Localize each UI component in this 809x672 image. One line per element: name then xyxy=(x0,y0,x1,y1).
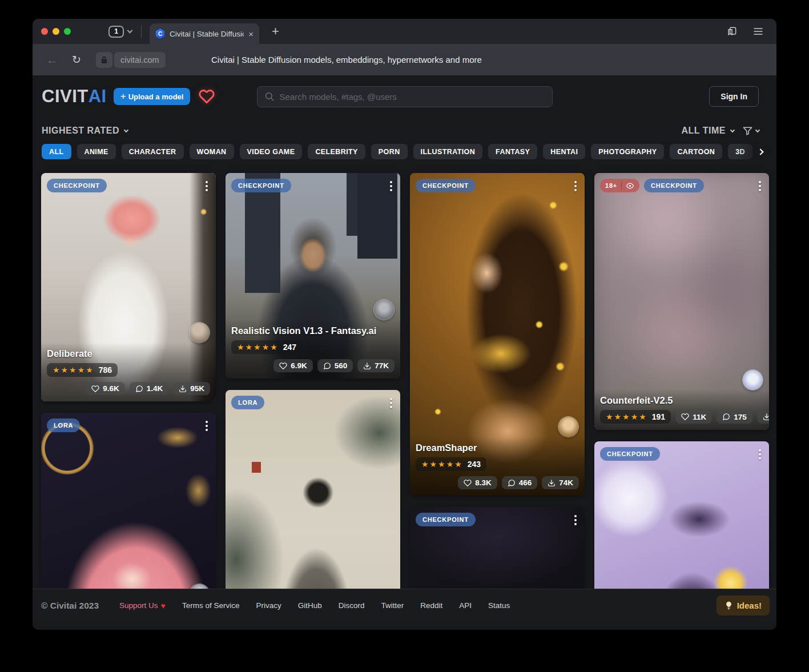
card-menu-button[interactable] xyxy=(755,179,764,194)
footer-link-status[interactable]: Status xyxy=(488,601,510,610)
model-type-badge: CHECKPOINT xyxy=(644,179,704,192)
footer-link-terms[interactable]: Terms of Service xyxy=(182,601,240,610)
category-chip-celebrity[interactable]: CELEBRITY xyxy=(308,144,365,159)
civitai-page: CIVITAI + Upload a model Sign In xyxy=(33,75,776,630)
civitai-logo[interactable]: CIVITAI xyxy=(42,86,107,107)
grid-column: CHECKPOINT DreamShaper ★★★★★ 243 xyxy=(410,173,585,589)
ideas-button[interactable]: Ideas! xyxy=(717,595,770,615)
model-card-realistic-vision[interactable]: CHECKPOINT Realistic Vision V1.3 - Fanta… xyxy=(226,173,400,379)
url-field[interactable]: civitai.com xyxy=(114,52,166,68)
filter-dropdown[interactable] xyxy=(742,126,759,136)
desktop: 1 C Civitai | Stable Diffusio × + xyxy=(0,0,809,672)
category-chip-hentai[interactable]: HENTAI xyxy=(543,144,585,159)
search-icon xyxy=(264,91,275,102)
close-window-button[interactable] xyxy=(41,28,48,35)
rating-count: 786 xyxy=(99,365,112,375)
card-menu-button[interactable] xyxy=(202,179,211,194)
category-chip-fantasy[interactable]: FANTASY xyxy=(488,144,537,159)
model-card-dreamshaper[interactable]: CHECKPOINT DreamShaper ★★★★★ 243 xyxy=(410,173,585,496)
civitai-favicon: C xyxy=(155,29,165,39)
heart-icon: ♥ xyxy=(161,601,166,610)
model-card-purple-witch[interactable]: CHECKPOINT xyxy=(594,441,769,589)
model-card-lora-ink[interactable]: LORA xyxy=(226,390,400,589)
category-chip-character[interactable]: CHARACTER xyxy=(122,144,184,159)
model-card-counterfeit[interactable]: 18+ CHECKPOINT xyxy=(594,173,769,430)
category-chip-illustration[interactable]: ILLUSTRATION xyxy=(413,144,483,159)
traffic-lights xyxy=(41,28,71,35)
categories-scroll-right-button[interactable] xyxy=(754,144,768,159)
ideas-label: Ideas! xyxy=(737,601,762,610)
footer-link-support-us[interactable]: Support Us ♥ xyxy=(119,601,166,610)
category-chip-woman[interactable]: WOMAN xyxy=(190,144,234,159)
category-chip-porn[interactable]: PORN xyxy=(371,144,408,159)
tab-civitai[interactable]: C Civitai | Stable Diffusio × xyxy=(150,23,259,44)
category-chip-anime[interactable]: ANIME xyxy=(77,144,116,159)
grid-column: CHECKPOINT Realistic Vision V1.3 - Fanta… xyxy=(226,173,400,589)
comments-count: 175 xyxy=(734,413,747,421)
model-card-deliberate[interactable]: CHECKPOINT Deliberate ★★★★★ 786 xyxy=(41,173,216,401)
upload-model-button[interactable]: + Upload a model xyxy=(114,88,191,105)
card-menu-button[interactable] xyxy=(202,419,211,433)
star-icons: ★★★★★ xyxy=(53,365,94,375)
card-menu-button[interactable] xyxy=(387,179,396,194)
nsfw-label: 18+ xyxy=(605,182,617,189)
creator-avatar[interactable] xyxy=(190,323,210,343)
filter-funnel-icon xyxy=(742,126,753,136)
footer-link-privacy[interactable]: Privacy xyxy=(256,601,281,610)
chevron-down-icon xyxy=(755,128,760,132)
reload-button[interactable]: ↻ xyxy=(72,53,81,66)
period-dropdown[interactable]: ALL TIME xyxy=(682,126,734,136)
site-security-badge[interactable] xyxy=(96,52,112,68)
footer-link-discord[interactable]: Discord xyxy=(339,601,365,610)
chevron-down-icon xyxy=(124,128,128,132)
new-tab-button[interactable]: + xyxy=(272,25,279,38)
creator-avatar[interactable] xyxy=(558,417,578,437)
period-label: ALL TIME xyxy=(682,126,726,136)
menu-icon[interactable] xyxy=(752,26,764,37)
comments-count: 560 xyxy=(335,361,348,370)
card-menu-button[interactable] xyxy=(571,179,580,194)
heart-icon xyxy=(91,385,99,393)
tab-overview-icon[interactable] xyxy=(726,26,738,37)
tab-count-control[interactable]: 1 xyxy=(108,26,132,38)
zoom-window-button[interactable] xyxy=(64,28,71,35)
downloads-count: 95K xyxy=(190,384,204,393)
model-preview-image xyxy=(594,441,769,589)
footer-link-api[interactable]: API xyxy=(459,601,472,610)
category-chip-3d[interactable]: 3D xyxy=(728,144,752,159)
tab-count[interactable]: 1 xyxy=(108,26,124,38)
card-menu-button[interactable] xyxy=(387,396,396,411)
search-input[interactable] xyxy=(280,92,545,102)
category-chips: ALL ANIME CHARACTER WOMAN VIDEO GAME CEL… xyxy=(33,144,776,166)
rating-pill: ★★★★★ 243 xyxy=(416,457,486,471)
category-chip-cartoon[interactable]: CARTOON xyxy=(670,144,722,159)
sort-dropdown[interactable]: HIGHEST RATED xyxy=(42,126,128,136)
footer-link-reddit[interactable]: Reddit xyxy=(420,601,442,610)
category-chip-photography[interactable]: PHOTOGRAPHY xyxy=(591,144,664,159)
models-grid: CHECKPOINT Deliberate ★★★★★ 786 xyxy=(33,166,776,589)
lightbulb-icon xyxy=(725,601,733,610)
card-menu-button[interactable] xyxy=(755,447,764,462)
likes-count: 11K xyxy=(693,413,706,421)
model-card-dark-anime[interactable]: CHECKPOINT xyxy=(410,507,585,589)
creator-avatar[interactable] xyxy=(374,300,394,320)
tab-close-icon[interactable]: × xyxy=(248,30,253,38)
rating-count: 247 xyxy=(283,343,296,352)
model-preview-image xyxy=(41,413,216,589)
category-chip-video-game[interactable]: VIDEO GAME xyxy=(240,144,303,159)
heart-icon xyxy=(681,413,689,421)
footer-link-twitter[interactable]: Twitter xyxy=(381,601,404,610)
creator-avatar[interactable] xyxy=(743,370,763,390)
heart-icon xyxy=(279,362,287,370)
nsfw-badge[interactable]: 18+ xyxy=(600,179,639,192)
favorites-heart-icon[interactable] xyxy=(198,88,215,104)
model-card-lora-pink[interactable]: LORA xyxy=(41,413,216,589)
chevron-down-icon xyxy=(730,128,735,132)
sign-in-button[interactable]: Sign In xyxy=(709,86,759,107)
card-menu-button[interactable] xyxy=(571,513,580,528)
footer-link-github[interactable]: GitHub xyxy=(298,601,322,610)
download-icon xyxy=(763,413,769,421)
category-chip-all[interactable]: ALL xyxy=(42,144,71,159)
minimize-window-button[interactable] xyxy=(53,28,59,35)
back-button[interactable]: ← xyxy=(46,53,58,67)
